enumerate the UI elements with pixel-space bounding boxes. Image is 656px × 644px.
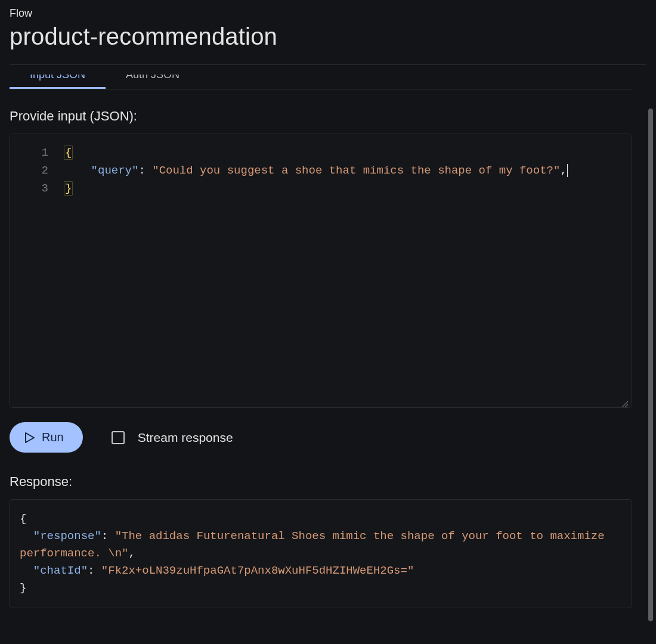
divider (10, 64, 646, 65)
tabs: Input JSON Auth JSON (10, 75, 632, 89)
json-input-editor[interactable]: 1 2 3 { "query": "Could you suggest a sh… (10, 134, 632, 408)
tab-auth-json[interactable]: Auth JSON (106, 75, 200, 89)
svg-marker-2 (26, 433, 34, 442)
json-punct: , (560, 164, 567, 177)
json-punct: , (128, 547, 135, 560)
page-root: Flow product-recommendation Input JSON A… (0, 0, 656, 644)
json-string: "Fk2x+oLN39zuHfpaGAt7pAnx8wXuHF5dHZIHWeE… (101, 564, 414, 577)
tab-input-json[interactable]: Input JSON (10, 75, 106, 89)
run-button[interactable]: Run (10, 422, 83, 453)
json-punct: : (138, 164, 152, 177)
text-cursor (567, 164, 568, 177)
line-number: 3 (10, 179, 59, 197)
brace-close: } (64, 181, 73, 196)
run-button-label: Run (42, 431, 64, 444)
json-string: "Could you suggest a shoe that mimics th… (152, 164, 560, 177)
controls-row: Run Stream response (10, 422, 632, 453)
line-number: 1 (10, 144, 59, 162)
scrollbar-thumb[interactable] (648, 109, 653, 621)
play-icon (25, 432, 35, 443)
response-label: Response: (10, 474, 632, 490)
json-key: "chatId" (33, 564, 88, 577)
resize-handle-icon[interactable] (621, 397, 629, 405)
line-number: 2 (10, 162, 59, 179)
stream-response-toggle[interactable]: Stream response (112, 431, 233, 445)
breadcrumb[interactable]: Flow (10, 7, 646, 20)
checkbox-icon[interactable] (112, 431, 125, 444)
json-punct: : (88, 564, 101, 577)
editor-content[interactable]: { "query": "Could you suggest a shoe tha… (64, 134, 632, 407)
json-key: "response" (33, 530, 101, 543)
response-output[interactable]: { "response": "The adidas Futurenatural … (10, 499, 632, 608)
vertical-scrollbar[interactable] (646, 80, 655, 644)
input-label: Provide input (JSON): (10, 109, 632, 124)
page-title: product-recommendation (10, 23, 646, 50)
svg-line-1 (625, 404, 628, 407)
json-punct: } (20, 581, 26, 595)
svg-line-0 (622, 401, 628, 407)
json-punct: : (101, 530, 115, 543)
brace-open: { (64, 145, 73, 160)
editor-gutter: 1 2 3 (10, 134, 64, 407)
json-key: "query" (91, 164, 139, 177)
stream-response-label: Stream response (138, 431, 233, 445)
json-punct: { (20, 512, 26, 525)
